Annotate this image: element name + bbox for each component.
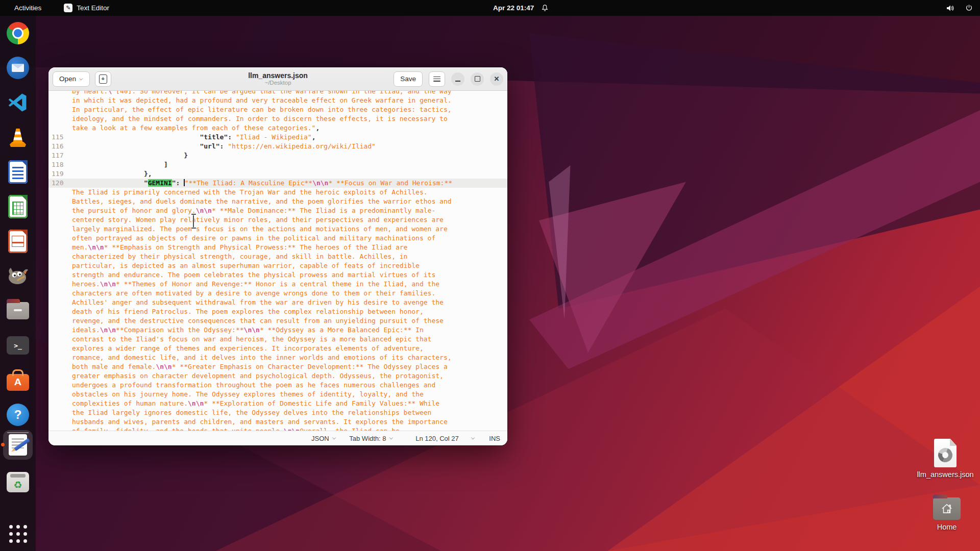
- dock-gimp-icon[interactable]: [6, 264, 30, 288]
- desktop-file-label: llm_answers.json: [910, 470, 980, 479]
- window-title: llm_answers.json: [248, 71, 308, 80]
- close-button[interactable]: ✕: [490, 72, 503, 86]
- dock-vlc-icon[interactable]: [6, 125, 30, 149]
- desktop-icon-llm-answers[interactable]: llm_answers.json: [910, 439, 980, 479]
- tab-width-selector[interactable]: Tab Width: 8⌵: [349, 435, 393, 442]
- app-grid-button[interactable]: [9, 525, 27, 543]
- home-folder-icon: [933, 497, 961, 520]
- position-menu-chevron-icon[interactable]: ⌵: [471, 435, 475, 441]
- dock-chrome-icon[interactable]: [6, 21, 30, 45]
- app-menu-button[interactable]: ✎ Text Editor: [64, 4, 109, 12]
- dock-trash-icon[interactable]: ♻: [6, 470, 30, 494]
- header-bar: Open⌵ + llm_answers.json ~/Desktop Save …: [48, 67, 507, 91]
- system-tray[interactable]: [946, 4, 980, 12]
- text-editor-page-icon: [9, 434, 27, 456]
- dock-files-icon[interactable]: [6, 298, 30, 323]
- status-bar: JSON⌵ Tab Width: 8⌵ Ln 120, Col 27 ⌵ INS: [48, 431, 507, 445]
- dock-help-icon[interactable]: ?: [6, 403, 30, 427]
- dock-ubuntu-software-icon[interactable]: A: [6, 368, 30, 392]
- chevron-down-icon: ⌵: [389, 435, 394, 441]
- clock-label: Apr 22 01:47: [493, 4, 534, 12]
- language-selector[interactable]: JSON⌵: [311, 435, 336, 442]
- window-subtitle: ~/Desktop: [248, 80, 308, 86]
- new-tab-button[interactable]: +: [95, 71, 111, 87]
- volume-icon: [946, 4, 955, 12]
- new-document-icon: +: [99, 74, 107, 84]
- editor-text-area[interactable]: by heart.\"[40]. So moreover, it can be …: [48, 91, 507, 431]
- dock-terminal-icon[interactable]: >_: [6, 333, 30, 358]
- open-button[interactable]: Open⌵: [53, 71, 90, 87]
- power-icon: [965, 4, 973, 12]
- chevron-down-icon: ⌵: [332, 435, 336, 441]
- dock: >_ A ? ♻: [0, 16, 36, 551]
- cursor-position[interactable]: Ln 120, Col 27: [415, 435, 459, 442]
- bell-icon: [541, 4, 549, 12]
- dock-vscode-icon[interactable]: [6, 90, 30, 115]
- dock-thunderbird-icon[interactable]: [6, 56, 30, 80]
- editor-rows: by heart.\"[40]. So moreover, it can be …: [48, 91, 507, 431]
- menu-button[interactable]: [429, 71, 445, 87]
- desktop-icon-home[interactable]: Home: [911, 497, 980, 531]
- text-editor-window: Open⌵ + llm_answers.json ~/Desktop Save …: [48, 67, 507, 445]
- activities-button[interactable]: Activities: [14, 4, 41, 12]
- desktop-home-label: Home: [911, 523, 980, 531]
- mouse-cursor-ibeam: [193, 215, 194, 228]
- json-file-icon: [934, 439, 957, 467]
- app-menu-label: Text Editor: [77, 4, 109, 12]
- clock-button[interactable]: Apr 22 01:47: [493, 4, 549, 12]
- save-button[interactable]: Save: [394, 71, 423, 87]
- hamburger-icon: [433, 77, 440, 82]
- dock-libreoffice-impress-icon[interactable]: [6, 229, 30, 254]
- minimize-button[interactable]: [451, 72, 464, 86]
- dock-libreoffice-calc-icon[interactable]: [6, 194, 30, 219]
- dock-libreoffice-writer-icon[interactable]: [6, 160, 30, 184]
- top-bar: Activities ✎ Text Editor Apr 22 01:47: [0, 0, 980, 16]
- text-editor-icon: ✎: [64, 4, 72, 12]
- insert-mode-indicator: INS: [489, 435, 500, 442]
- dock-text-editor-icon[interactable]: [3, 430, 33, 460]
- maximize-button[interactable]: [471, 72, 484, 86]
- chevron-down-icon: ⌵: [79, 76, 83, 82]
